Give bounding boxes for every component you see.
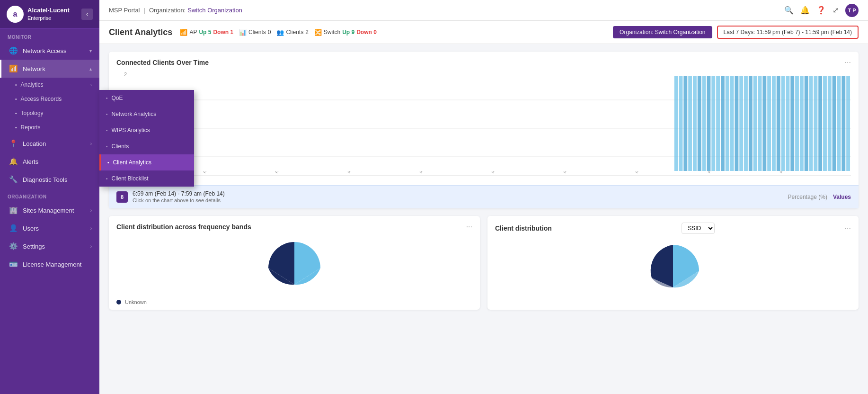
avatar[interactable]: T P (845, 4, 859, 17)
sidebar-item-users[interactable]: 👤 Users › (0, 219, 99, 237)
chart-menu-button[interactable]: ··· (845, 58, 851, 67)
sidebar-item-network[interactable]: 📶 Network ▴ (0, 60, 99, 78)
analytics-flyout-menu: QoE Network Analytics WIPS Analytics Cli… (99, 90, 194, 187)
svg-rect-17 (739, 76, 743, 171)
logo-icon: a (7, 6, 24, 23)
bar-chart-icon: 📊 (239, 29, 247, 36)
svg-rect-5 (683, 76, 687, 171)
values-filter-button[interactable]: Values (833, 194, 851, 200)
svg-rect-26 (781, 76, 785, 171)
logo-text: Alcatel·Lucent Enterprise (27, 7, 70, 21)
legend-dot-unknown (116, 300, 121, 304)
svg-rect-12 (716, 76, 720, 171)
sidebar-item-license-management[interactable]: 🪪 License Management (0, 255, 99, 273)
freq-bands-card: Client distribution across frequency ban… (109, 216, 480, 310)
bell-icon[interactable]: 🔔 (800, 6, 810, 15)
sidebar-item-label-location: Location (23, 140, 46, 147)
switch-icon: 🔀 (314, 29, 322, 36)
chart-svg (116, 72, 851, 185)
chevron-up-icon: ▴ (89, 66, 92, 72)
sidebar-collapse-button[interactable]: ‹ (81, 9, 93, 20)
svg-rect-4 (679, 76, 683, 171)
svg-rect-27 (786, 76, 789, 171)
svg-rect-3 (674, 76, 678, 171)
page-header: Client Analytics 📶 AP Up 5 Down 1 📊 Clie… (99, 21, 868, 44)
search-icon[interactable]: 🔍 (784, 6, 794, 15)
sidebar-item-label-network-access: Network Access (23, 47, 66, 54)
clients-status-badge: 📊 Clients 0 (239, 29, 271, 36)
sidebar-sub-label-topology: Topology (21, 110, 44, 116)
time-info-bar: 8 6:59 am (Feb 14) - 7:59 am (Feb 14) Cl… (109, 185, 859, 208)
clients2-label: Clients (286, 29, 303, 36)
sidebar-item-label-diagnostic: Diagnostic Tools (23, 176, 67, 183)
sidebar: a Alcatel·Lucent Enterprise ‹ MONITOR 🌐 … (0, 0, 99, 394)
sidebar-item-location[interactable]: 📍 Location › (0, 134, 99, 152)
monitor-section: MONITOR 🌐 Network Access ▾ 📶 Network ▴ A… (0, 29, 99, 188)
svg-rect-24 (772, 76, 776, 171)
network-icon: 📶 (9, 64, 18, 73)
svg-rect-30 (800, 76, 804, 171)
freq-bands-menu-button[interactable]: ··· (466, 223, 472, 231)
sidebar-item-diagnostic-tools[interactable]: 🔧 Diagnostic Tools (0, 170, 99, 188)
sidebar-item-sites-management[interactable]: 🏢 Sites Management › (0, 201, 99, 219)
sidebar-item-network-access[interactable]: 🌐 Network Access ▾ (0, 42, 99, 60)
settings-icon: ⚙️ (9, 242, 18, 251)
sidebar-sub-label-reports: Reports (21, 124, 41, 131)
freq-donut-chart (264, 237, 325, 294)
sidebar-item-label-sites: Sites Management (23, 207, 74, 214)
freq-bands-chart (109, 235, 480, 296)
svg-rect-29 (795, 76, 799, 171)
client-donut-chart (642, 240, 704, 297)
sidebar-sub-item-reports[interactable]: Reports (0, 120, 99, 134)
sidebar-item-settings[interactable]: ⚙️ Settings › (0, 237, 99, 255)
client-dist-menu-button[interactable]: ··· (845, 224, 851, 233)
switch-status-badge: 🔀 Switch Up 9 Down 0 (314, 29, 377, 36)
clients-label: Clients (248, 29, 266, 36)
client-dist-select[interactable]: SSID AP Radio (682, 223, 715, 234)
flyout-item-client-blocklist[interactable]: Client Blocklist (99, 170, 194, 187)
switch-up-count: Up 9 (342, 29, 354, 36)
help-icon[interactable]: ❓ (816, 6, 826, 15)
svg-rect-28 (790, 76, 794, 171)
location-icon: 📍 (9, 139, 18, 148)
sidebar-sub-item-topology[interactable]: Topology (0, 106, 99, 120)
chevron-right-loc-icon: › (90, 141, 92, 146)
time-info-icon: 8 (116, 191, 128, 203)
main-content: MSP Portal | Organization: Switch Organi… (99, 0, 868, 394)
sidebar-sub-item-access-records[interactable]: Access Records (0, 92, 99, 106)
svg-rect-36 (828, 76, 832, 171)
flyout-label-client-analytics: Client Analytics (113, 159, 151, 166)
flyout-item-network-analytics[interactable]: Network Analytics (99, 106, 194, 122)
client-dist-header: Client distribution SSID AP Radio ··· (487, 216, 859, 238)
freq-bands-header: Client distribution across frequency ban… (109, 216, 480, 235)
page-title: Client Analytics (109, 27, 172, 37)
chevron-right-settings-icon: › (90, 244, 92, 249)
org-switch-button[interactable]: Organization: Switch Organization (613, 26, 712, 38)
network-access-icon: 🌐 (9, 46, 18, 55)
sidebar-sub-label-analytics: Analytics (21, 81, 44, 88)
distribution-cards-row: Client distribution across frequency ban… (109, 216, 859, 310)
freq-legend: Unknown (109, 299, 480, 310)
client-dist-chart (487, 238, 859, 299)
svg-rect-13 (721, 76, 725, 171)
users2-icon: 👥 (276, 29, 284, 36)
legend-label-unknown: Unknown (125, 299, 147, 305)
expand-icon[interactable]: ⤢ (833, 6, 839, 15)
wifi-icon: 📶 (180, 29, 187, 36)
clients2-status-badge: 👥 Clients 2 (276, 29, 308, 36)
switch-organization-link[interactable]: Switch Organization (187, 7, 242, 14)
svg-rect-10 (707, 76, 710, 171)
sidebar-item-alerts[interactable]: 🔔 Alerts (0, 152, 99, 170)
ap-up-count: Up 5 (199, 29, 211, 36)
time-range-text: 6:59 am (Feb 14) - 7:59 am (Feb 14) (133, 190, 225, 197)
chart-title: Connected Clients Over Time (116, 59, 209, 66)
chart-card-header: Connected Clients Over Time ··· (109, 52, 859, 72)
flyout-item-wips-analytics[interactable]: WIPS Analytics (99, 122, 194, 138)
flyout-item-clients[interactable]: Clients (99, 138, 194, 154)
flyout-item-client-analytics[interactable]: Client Analytics (99, 154, 194, 170)
percentage-filter-button[interactable]: Percentage (%) (788, 194, 827, 200)
flyout-label-clients: Clients (112, 143, 129, 150)
sidebar-sub-item-analytics[interactable]: Analytics › (0, 78, 99, 92)
date-range-button[interactable]: Last 7 Days: 11:59 pm (Feb 7) - 11:59 pm… (717, 26, 859, 39)
flyout-item-qoe[interactable]: QoE (99, 90, 194, 106)
